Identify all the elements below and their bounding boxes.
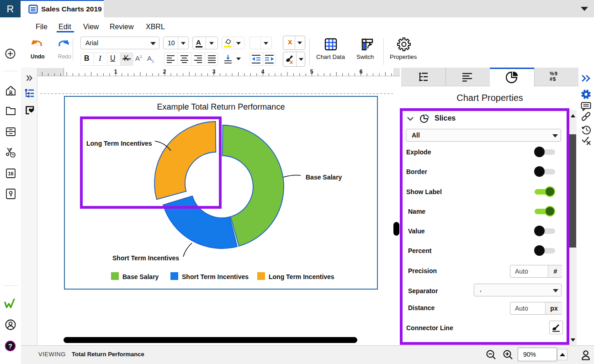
svg-text:1: 1	[114, 69, 117, 75]
svg-text:?: ?	[8, 343, 12, 350]
svg-text:4: 4	[261, 69, 265, 75]
svg-text:5: 5	[310, 69, 313, 75]
svg-text:x: x	[290, 58, 293, 64]
svg-text:2: 2	[163, 69, 166, 75]
svg-text:3: 3	[212, 69, 216, 75]
svg-text:16: 16	[8, 171, 13, 176]
svg-text:6: 6	[360, 69, 363, 75]
